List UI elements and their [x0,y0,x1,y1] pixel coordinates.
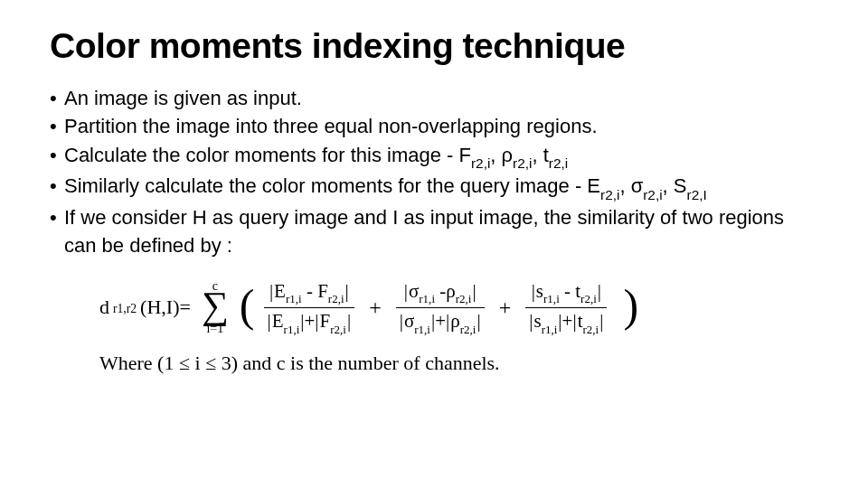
subscript: r2,i [582,323,599,336]
text: F [320,310,331,332]
formula-lhs: dr1,r2(H,I)= [99,296,191,319]
subscript: r2,i [600,187,619,202]
text: Similarly calculate the color moments fo… [64,174,600,197]
list-item: Partition the image into three equal non… [50,112,818,140]
sum-symbol: ∑ [202,291,229,322]
list-item: Similarly calculate the color moments fo… [50,172,818,202]
slide: Color moments indexing technique An imag… [0,0,868,488]
subscript: r1,i [286,292,302,305]
formula: dr1,r2(H,I)= c ∑ i=1 ( Er1,i - Fr2,i Er1… [99,280,818,336]
text: σ [404,310,414,332]
list-item: An image is given as input. [50,84,818,112]
text: , ρ [490,144,513,166]
text: E [274,280,286,302]
subscript: r2,i [643,187,662,202]
list-item: If we consider H as query image and I as… [50,203,818,260]
subscript: r2,i [513,155,532,171]
sum-lower: i=1 [206,323,223,335]
sigma-icon: c ∑ i=1 [202,280,229,336]
fraction-term-2: σr1,i -ρr2,i σr1,i+ρr2,i [396,280,485,335]
subscript: r2,i [456,292,472,305]
subscript: r2,i [580,292,597,305]
subscript: r2,i [460,323,476,336]
text: σ [409,280,419,302]
plus-sign: + [369,296,382,320]
list-item: Calculate the color moments for this ima… [50,141,818,172]
where-clause: Where (1 ≤ i ≤ 3) and c is the number of… [99,352,818,375]
text: d [99,296,109,319]
fraction-term-3: sr1,i - tr2,i sr1,i+tr2,i [525,280,607,335]
text: E [272,310,284,332]
bullet-list: An image is given as input. Partition th… [50,84,818,260]
text: ρ [450,310,459,332]
text: F [317,280,328,302]
text: (H,I)= [140,296,191,319]
text: s [536,280,543,302]
right-paren: ) [623,290,638,322]
subscript: r2,i [549,155,568,171]
text: Calculate the color moments for this ima… [64,144,471,166]
subscript: r1,r2 [113,302,137,316]
subscript: r2,i [328,292,344,305]
text: , t [532,144,548,166]
subscript: r1,i [414,323,430,336]
subscript: r2,I [687,187,707,202]
subscript: r1,i [419,292,435,305]
fraction-term-1: Er1,i - Fr2,i Er1,i+Fr2,i [264,280,355,335]
subscript: r1,i [284,323,300,336]
text: , S [663,174,687,197]
subscript: r2,i [471,155,490,171]
subscript: r1,i [542,323,558,336]
left-paren: ( [240,290,255,322]
plus-sign: + [499,296,512,320]
text: ρ [446,280,455,302]
text: , σ [619,174,643,197]
slide-title: Color moments indexing technique [50,27,818,66]
subscript: r2,i [330,323,346,336]
text: s [533,310,541,332]
subscript: r1,i [543,292,560,305]
